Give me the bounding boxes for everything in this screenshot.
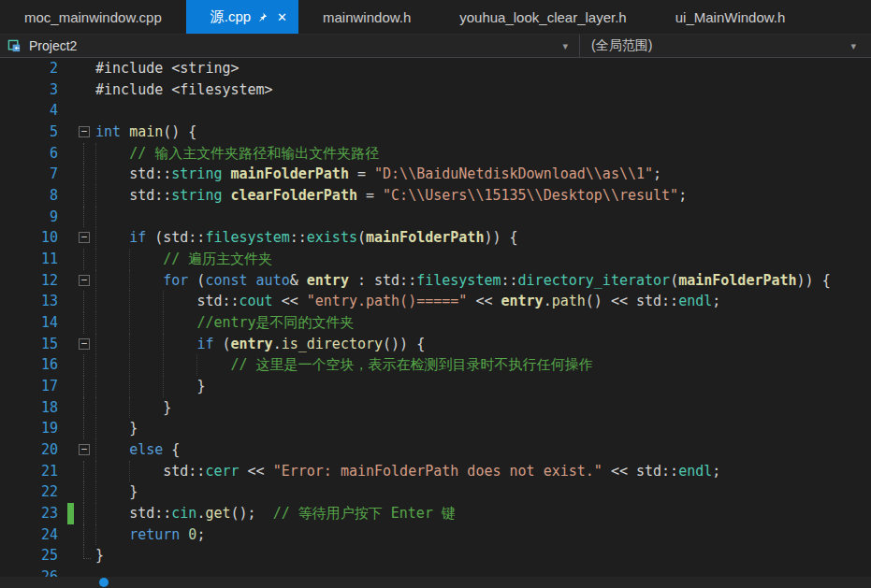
token: & (290, 272, 307, 289)
token: std:: (196, 293, 239, 309)
token: entry (231, 336, 273, 352)
indent-space (95, 229, 129, 246)
code-line-14: 14 //entry是不同的文件夹 (0, 312, 871, 334)
project-selector[interactable]: Project2 ▾ (0, 35, 580, 57)
code-editor[interactable]: 2#include <string>3#include <filesystem>… (0, 58, 871, 588)
close-icon[interactable]: ✕ (277, 10, 287, 24)
code-line-23: 23 std::cin.get(); // 等待用户按下 Enter 键 (0, 503, 871, 524)
tab-moc_mainwindow.cpp[interactable]: moc_mainwindow.cpp (0, 0, 186, 34)
token: )) { (484, 229, 517, 246)
outline-margin (74, 376, 95, 397)
horizontal-scrollbar[interactable] (0, 577, 871, 588)
token: "D:\\BaiduNetdiskDownload\\as\\1" (374, 165, 653, 182)
code-content: } (95, 376, 871, 397)
token: mainFolderPath (231, 165, 349, 182)
fold-collapse-icon[interactable]: − (79, 232, 90, 243)
outline-margin (74, 185, 95, 207)
indicator-margin (67, 312, 74, 334)
token: cout (240, 293, 273, 309)
indicator-margin (67, 122, 74, 143)
fold-collapse-icon[interactable]: − (79, 275, 90, 286)
token: std:: (129, 505, 171, 522)
outline-guide (83, 291, 84, 312)
tab-mainwindow.h[interactable]: mainwindow.h (298, 0, 435, 34)
token: const (205, 272, 247, 289)
token: filesystem (416, 272, 501, 289)
chevron-down-icon[interactable]: ▾ (847, 40, 860, 52)
indicator-margin (67, 545, 74, 566)
indicator-margin (67, 439, 74, 461)
code-content: #include <filesystem> (95, 79, 871, 101)
line-number: 3 (0, 79, 67, 101)
token: } (196, 378, 205, 394)
code-content (95, 100, 871, 122)
indicator-margin (67, 227, 74, 249)
code-content: if (std::filesystem::exists(mainFolderPa… (95, 227, 871, 249)
tab-ui_MainWindow.h[interactable]: ui_MainWindow.h (651, 0, 810, 34)
indent-space (95, 378, 196, 394)
token: ( (188, 272, 205, 289)
indent-space (95, 145, 129, 162)
outline-margin (74, 418, 95, 439)
line-number: 11 (0, 249, 67, 270)
token: endl (678, 463, 712, 480)
token: } (95, 547, 104, 564)
code-content: // 输入主文件夹路径和输出文件夹路径 (95, 143, 871, 165)
line-number: 16 (0, 354, 67, 376)
token: mainFolderPath (678, 272, 796, 289)
token: ; (196, 526, 205, 543)
indicator-margin (67, 207, 74, 228)
token: ; (653, 165, 661, 182)
token: << (240, 463, 273, 480)
indent-guide (129, 354, 130, 376)
code-content: int main() { (95, 122, 871, 143)
fold-collapse-icon[interactable]: − (79, 338, 90, 350)
line-number: 20 (0, 439, 67, 461)
indent-guide (95, 185, 96, 207)
indent-guide (129, 334, 130, 355)
scope-selector[interactable]: (全局范围) ▾ (580, 35, 871, 57)
fold-collapse-icon[interactable]: − (79, 126, 90, 137)
outline-guide (83, 418, 84, 439)
tab-源.cpp[interactable]: 源.cpp✕ (186, 0, 298, 34)
fold-collapse-icon[interactable]: − (79, 444, 90, 455)
code-content: std::cout << "entry.path()=====" << entr… (95, 291, 871, 312)
code-line-9: 9 (0, 207, 871, 228)
indent-guide (95, 439, 96, 461)
code-content: //entry是不同的文件夹 (95, 312, 871, 334)
code-line-11: 11 // 遍历主文件夹 (0, 249, 871, 270)
indent-guide (95, 312, 96, 334)
editor-tab-bar: moc_mainwindow.cpp源.cpp✕mainwindow.hyouh… (0, 0, 871, 34)
outline-guide (83, 207, 84, 228)
indent-guide (95, 227, 96, 249)
outline-margin (74, 100, 95, 122)
code-content: std::cin.get(); // 等待用户按下 Enter 键 (95, 503, 871, 524)
line-number: 23 (0, 503, 67, 524)
line-number: 24 (0, 524, 67, 546)
code-line-8: 8 std::string clearFolderPath = "C:\\Use… (0, 185, 871, 207)
tab-youhua_look_clear_layer.h[interactable]: youhua_look_clear_layer.h (435, 0, 650, 34)
code-line-18: 18 } (0, 397, 871, 419)
outline-guide (83, 249, 84, 270)
indent-guide (129, 461, 130, 482)
outline-margin (74, 164, 95, 185)
indent-guide (95, 291, 96, 312)
indent-guide (95, 164, 96, 185)
chevron-down-icon[interactable]: ▾ (559, 40, 572, 52)
indent-space (95, 293, 196, 309)
token: : std:: (349, 272, 416, 289)
indicator-margin (67, 354, 74, 376)
token: :: (290, 229, 307, 246)
pin-icon[interactable] (257, 12, 268, 22)
token: exists (307, 229, 357, 246)
code-line-21: 21 std::cerr << "Error: mainFolderPath d… (0, 461, 871, 482)
indent-space (95, 483, 129, 500)
line-number: 21 (0, 461, 67, 482)
token: :: (501, 272, 518, 289)
code-content: } (95, 418, 871, 439)
token: "C:\\Users\\15135\\Desktop\\result" (383, 187, 678, 204)
token: ; (712, 463, 720, 480)
token (180, 526, 188, 543)
outline-margin (74, 503, 95, 524)
outline-margin: − (74, 270, 95, 292)
